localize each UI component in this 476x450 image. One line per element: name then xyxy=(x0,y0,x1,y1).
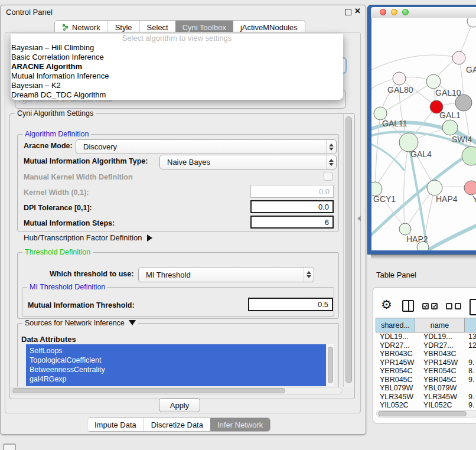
network-node[interactable] xyxy=(427,180,442,195)
bottom-tabbar: Impute Data Discretize Data Infer Networ… xyxy=(87,418,270,432)
traffic-minimize-icon[interactable] xyxy=(391,9,397,15)
dropdown-item[interactable]: Dream8 DC_TDC Algorithm xyxy=(11,90,343,100)
which-threshold-combobox[interactable]: MI Threshold xyxy=(138,267,314,282)
network-node[interactable] xyxy=(464,181,476,195)
svg-text:HAP4: HAP4 xyxy=(436,194,458,204)
table-row[interactable]: YBR045C YBR045C 9. xyxy=(376,376,476,384)
algorithm-dropdown: Select algorithm to view settings Bayesi… xyxy=(11,34,343,100)
svg-text:Y: Y xyxy=(472,194,476,204)
data-attributes-list: SelfLoops TopologicalCoefficient Between… xyxy=(26,344,326,386)
deselect-all-icon[interactable] xyxy=(446,303,461,309)
settings-horizontal-scrollbar[interactable] xyxy=(11,387,343,394)
manual-kernel-label: Manual Kernel Width Definition xyxy=(24,173,133,181)
column-header-clipped[interactable] xyxy=(465,318,476,332)
screen: Control Panel ✕ Network Style Select Cyn… xyxy=(0,0,476,450)
hub-definition-expander[interactable]: Hub/Transcription Factor Definition xyxy=(24,233,152,242)
which-threshold-label: Which threshold to use: xyxy=(50,270,133,278)
table-row[interactable]: YBR043C YBR043C xyxy=(376,350,476,358)
table-row[interactable]: YIL052C YIL052C 9. xyxy=(376,401,476,409)
list-scrollbar-thumb[interactable] xyxy=(328,347,333,383)
tab-network-label: Network xyxy=(72,23,100,32)
table-horizontal-scrollbar[interactable] xyxy=(376,410,476,418)
network-canvas[interactable]: GAL GAL80 GAL10 GAL1 GAL11 SWI4 GAL4 HAP… xyxy=(371,18,476,250)
svg-text:GAL11: GAL11 xyxy=(382,119,407,128)
cyni-settings-group-title: Cyni Algorithm Settings xyxy=(15,109,96,118)
network-node[interactable] xyxy=(467,18,476,27)
gear-icon[interactable]: ⚙ xyxy=(381,298,392,311)
dropdown-item[interactable]: Basic Correlation Inference xyxy=(11,53,343,62)
mi-type-combobox[interactable]: Naive Bayes xyxy=(159,155,337,169)
table-row[interactable]: YDL19... YDL19... 13 xyxy=(376,332,476,341)
tab-infer-network[interactable]: Infer Network xyxy=(210,418,270,431)
table-horizontal-scrollbar-thumb[interactable] xyxy=(378,411,467,416)
network-node[interactable] xyxy=(393,72,406,85)
table-panel-title: Table Panel xyxy=(376,270,416,279)
float-window-icon[interactable] xyxy=(345,9,351,15)
kernel-width-field[interactable]: 0.0 xyxy=(250,185,334,198)
dropdown-placeholder: Select algorithm to view settings xyxy=(11,34,343,43)
settings-vertical-scrollbar[interactable] xyxy=(343,114,354,387)
list-scrollbar[interactable] xyxy=(327,344,334,386)
settings-horizontal-scrollbar-thumb[interactable] xyxy=(12,388,285,393)
sources-group-title[interactable]: Sources for Network Inference xyxy=(22,319,138,327)
close-icon[interactable]: ✕ xyxy=(354,6,361,15)
settings-vertical-scrollbar-thumb[interactable] xyxy=(345,116,352,383)
network-node[interactable] xyxy=(374,107,387,120)
expand-arrow-icon xyxy=(147,234,152,242)
svg-text:GCY1: GCY1 xyxy=(373,194,396,204)
network-node[interactable] xyxy=(426,74,441,89)
traffic-zoom-icon[interactable] xyxy=(402,9,409,15)
table-header: shared... name xyxy=(376,318,476,332)
column-header-shared-name[interactable]: shared... xyxy=(376,318,415,332)
table-row[interactable]: YPR145W YPR145W 9. xyxy=(376,358,476,367)
network-tab-icon xyxy=(62,24,69,31)
dropdown-item[interactable]: Mutual Information Inference xyxy=(11,71,343,81)
network-node[interactable] xyxy=(442,120,458,135)
clipped-toolbar-icon[interactable] xyxy=(470,299,476,315)
collapse-arrow-icon xyxy=(129,320,136,325)
mi-threshold-label: Mutual Information Threshold: xyxy=(28,301,135,309)
column-split-icon[interactable] xyxy=(402,300,414,312)
traffic-close-icon[interactable] xyxy=(380,9,386,15)
corner-button[interactable] xyxy=(3,444,16,450)
list-item[interactable]: TopologicalCoefficient xyxy=(26,356,326,365)
dpi-tolerance-label: DPI Tolerance [0,1]: xyxy=(24,204,92,212)
list-item[interactable]: SelfLoops xyxy=(26,346,326,356)
tab-discretize-data[interactable]: Discretize Data xyxy=(144,418,210,431)
table-row[interactable]: YBL079W YBL079W xyxy=(376,384,476,393)
network-node[interactable] xyxy=(452,51,465,64)
manual-kernel-checkbox[interactable] xyxy=(324,172,332,181)
mi-steps-label: Mutual Information Steps: xyxy=(24,219,115,227)
mi-steps-field[interactable]: 6 xyxy=(250,216,334,229)
column-header-name[interactable]: name xyxy=(415,318,465,332)
dropdown-item[interactable]: Bayesian – K2 xyxy=(11,81,343,90)
table-body: YDL19... YDL19... 13 YDR27... YDR27... 1… xyxy=(376,332,476,409)
svg-text:SWI4: SWI4 xyxy=(452,135,472,144)
tab-impute-data[interactable]: Impute Data xyxy=(87,418,144,431)
dropdown-item[interactable]: Bayesian – Hill Climbing xyxy=(11,43,343,53)
control-panel-title: Control Panel xyxy=(6,8,53,17)
panel-splitter-arrow-icon[interactable] xyxy=(357,216,361,221)
combo-stepper-icon xyxy=(326,155,336,169)
algorithm-definition-title: Algorithm Definition xyxy=(22,130,91,138)
list-item[interactable]: BetweennessCentrality xyxy=(26,365,326,374)
combo-stepper-icon xyxy=(304,268,314,282)
network-window-titlebar[interactable] xyxy=(371,7,476,18)
list-item[interactable]: gal4RGexp xyxy=(26,374,326,384)
network-node[interactable] xyxy=(462,146,476,165)
network-node[interactable] xyxy=(399,223,411,235)
dropdown-item-highlighted[interactable]: ARACNE Algorithm xyxy=(11,62,343,71)
apply-button[interactable]: Apply xyxy=(159,398,200,412)
table-row[interactable]: YER054C YER054C 8. xyxy=(376,367,476,376)
table-row[interactable]: YLR345W YLR345W 9. xyxy=(376,393,476,402)
svg-text:GAL1: GAL1 xyxy=(439,110,461,120)
svg-text:GAL10: GAL10 xyxy=(435,88,461,97)
data-attributes-label: Data Attributes xyxy=(21,335,76,344)
svg-text:GAL80: GAL80 xyxy=(387,85,413,94)
table-row[interactable]: YDR27... YDR27... 12 xyxy=(376,341,476,350)
aracne-mode-combobox[interactable]: Discovery xyxy=(76,139,337,154)
select-all-icon[interactable] xyxy=(422,303,438,309)
kernel-width-label: Kernel Width (0,1): xyxy=(24,188,89,197)
dpi-tolerance-field[interactable]: 0.0 xyxy=(250,200,334,213)
mi-threshold-field[interactable]: 0.5 xyxy=(248,298,333,311)
